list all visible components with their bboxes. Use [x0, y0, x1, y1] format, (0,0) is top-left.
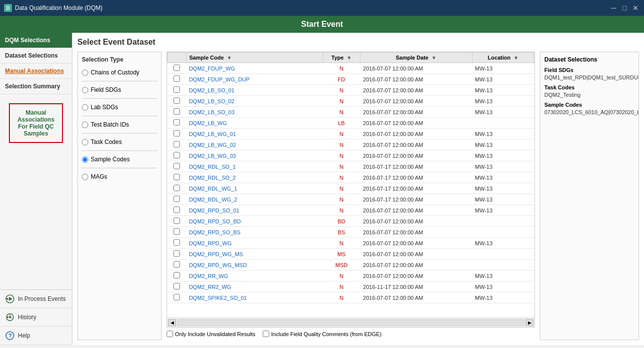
row-checkbox[interactable]	[174, 250, 180, 257]
row-checkbox[interactable]	[174, 196, 180, 202]
radio-sample-codes[interactable]: Sample Codes	[82, 154, 157, 165]
filter-icon-location[interactable]: ▼	[514, 55, 519, 61]
row-checkbox[interactable]	[174, 152, 180, 158]
table-row: DQM2_RDL_WG_2N2016-07-17 12:00:00 AMMW-1…	[168, 194, 534, 205]
filter-icon-sample-date[interactable]: ▼	[431, 55, 436, 61]
row-checkbox[interactable]	[174, 207, 180, 213]
row-location: MW-13	[472, 183, 534, 194]
sidebar-item-in-process-events[interactable]: In Process Events	[0, 290, 72, 308]
minimize-button[interactable]: ─	[609, 3, 618, 12]
col-header-sample-code[interactable]: Sample Code ▼	[186, 53, 323, 63]
table-row: DQM2_LB_SO_02N2016-07-07 12:00:00 AMMW-1…	[168, 96, 534, 107]
row-checkbox-cell	[168, 129, 186, 139]
row-sample-code: DQM2_RPD_SO_BS	[186, 227, 323, 238]
row-sample-date: 2016-07-07 12:00:00 AM	[360, 238, 472, 249]
row-location: MW-13	[472, 161, 534, 172]
sample-table-container: Sample Code ▼ Type ▼ Sample	[167, 52, 535, 328]
table-row: DQM2_SPIKE2_SO_01N2016-07-07 12:00:00 AM…	[168, 292, 534, 303]
row-checkbox[interactable]	[174, 261, 180, 268]
col-header-location[interactable]: Location ▼	[472, 53, 534, 63]
row-checkbox-cell	[168, 139, 186, 150]
field-quality-checkbox-label[interactable]: Include Field Quality Comments (from EDG…	[263, 331, 382, 337]
row-checkbox[interactable]	[174, 130, 180, 137]
table-row: DQM2_RPD_SO_BDBD2016-07-07 12:00:00 AM	[168, 216, 534, 227]
row-checkbox[interactable]	[174, 272, 180, 278]
filter-icon-sample-code[interactable]: ▼	[227, 55, 232, 61]
sidebar-item-manual-associations[interactable]: Manual Associations	[0, 64, 72, 79]
row-type: N	[323, 205, 360, 216]
row-sample-date: 2016-07-07 12:00:00 AM	[360, 96, 472, 107]
radio-task-codes[interactable]: Task Codes	[82, 137, 157, 147]
row-checkbox[interactable]	[174, 65, 180, 71]
row-checkbox[interactable]	[174, 228, 180, 235]
col-header-sample-date[interactable]: Sample Date ▼	[360, 53, 472, 63]
radio-lab-sdgs[interactable]: Lab SDGs	[82, 102, 157, 113]
row-sample-code: DQM2_RDL_SO_1	[186, 161, 323, 172]
row-sample-code: DQM2_RDL_WG_2	[186, 194, 323, 205]
sidebar-item-dataset-selections[interactable]: Dataset Selections	[0, 48, 72, 64]
sidebar-item-selection-summary[interactable]: Selection Summary	[0, 79, 72, 94]
col-header-checkbox	[168, 53, 186, 63]
app-header-title: Start Event	[301, 20, 343, 28]
row-sample-date: 2016-07-07 12:00:00 AM	[360, 118, 472, 129]
sidebar-bottom: In Process Events History	[0, 289, 72, 345]
row-type: MSD	[323, 260, 360, 271]
close-button[interactable]: ✕	[631, 3, 640, 12]
row-sample-code: DQM2_LB_WG_01	[186, 129, 323, 139]
radio-test-batch-ids[interactable]: Test Batch IDs	[82, 119, 157, 130]
sample-table: Sample Code ▼ Type ▼ Sample	[167, 52, 534, 303]
manual-assoc-box[interactable]: Manual Associations For Field QC Samples	[9, 103, 63, 143]
horizontal-scrollbar[interactable]: ◀ ▶	[167, 318, 534, 327]
row-sample-date: 2016-07-07 12:00:00 AM	[360, 260, 472, 271]
col-header-type[interactable]: Type ▼	[323, 53, 360, 63]
sidebar: DQM Selections Dataset Selections Manual…	[0, 33, 72, 345]
unvalidated-checkbox[interactable]	[167, 331, 173, 337]
row-sample-code: DQM2_RR_WG	[186, 271, 323, 281]
row-type: N	[323, 183, 360, 194]
table-row: DQM2_RDL_WG_1N2016-07-17 12:00:00 AMMW-1…	[168, 183, 534, 194]
table-row: DQM2_LB_SO_03N2016-07-07 12:00:00 AMMW-1…	[168, 107, 534, 118]
in-process-events-icon	[5, 294, 15, 304]
sidebar-item-help[interactable]: ? Help	[0, 327, 72, 345]
table-scroll[interactable]: Sample Code ▼ Type ▼ Sample	[167, 52, 534, 318]
row-checkbox[interactable]	[174, 294, 180, 300]
sidebar-item-dqm-selections[interactable]: DQM Selections	[0, 33, 72, 48]
filter-icon-type[interactable]: ▼	[347, 55, 351, 61]
row-checkbox[interactable]	[174, 185, 180, 191]
row-checkbox-cell	[168, 85, 186, 96]
table-row: DQM2_FDUP_WGN2016-07-07 12:00:00 AMMW-13	[168, 63, 534, 74]
row-checkbox[interactable]	[174, 239, 180, 246]
scroll-left-btn[interactable]: ◀	[168, 319, 176, 326]
row-checkbox[interactable]	[174, 283, 180, 289]
ds-sample-codes-value: 07302020_LCS_6010_AQ|07302020_LCS_6010_S…	[544, 109, 635, 115]
maximize-button[interactable]: □	[620, 3, 629, 12]
unvalidated-checkbox-label[interactable]: Only Include Unvalidated Results	[167, 331, 255, 337]
row-checkbox[interactable]	[174, 217, 180, 224]
history-icon	[5, 312, 15, 322]
row-sample-date: 2016-07-07 12:00:00 AM	[360, 205, 472, 216]
table-row: DQM2_RPD_SO_BSBS2016-07-07 12:00:00 AM	[168, 227, 534, 238]
selection-type-title: Selection Type	[82, 56, 157, 63]
row-checkbox[interactable]	[174, 163, 180, 169]
row-checkbox[interactable]	[174, 119, 180, 126]
row-checkbox[interactable]	[174, 141, 180, 147]
field-quality-checkbox[interactable]	[263, 331, 269, 337]
row-checkbox[interactable]	[174, 97, 180, 104]
row-checkbox[interactable]	[174, 174, 180, 180]
title-bar: D Data Qualification Module (DQM) ─ □ ✕	[0, 0, 644, 16]
row-location: MW-13	[472, 63, 534, 74]
table-row: DQM2_LB_WGLB2016-07-07 12:00:00 AM	[168, 118, 534, 129]
row-checkbox[interactable]	[174, 108, 180, 115]
row-checkbox[interactable]	[174, 86, 180, 93]
row-checkbox-cell	[168, 96, 186, 107]
radio-chains-of-custody[interactable]: Chains of Custody	[82, 67, 157, 78]
row-checkbox-cell	[168, 194, 186, 205]
scrollbar-track[interactable]	[177, 319, 525, 326]
scroll-right-btn[interactable]: ▶	[526, 319, 533, 326]
radio-field-sdgs[interactable]: Field SDGs	[82, 84, 157, 95]
row-sample-date: 2016-07-07 12:00:00 AM	[360, 292, 472, 303]
row-sample-date: 2016-07-07 12:00:00 AM	[360, 107, 472, 118]
radio-mags[interactable]: MAGs	[82, 171, 157, 182]
row-checkbox[interactable]	[174, 75, 180, 82]
sidebar-item-history[interactable]: History	[0, 308, 72, 327]
